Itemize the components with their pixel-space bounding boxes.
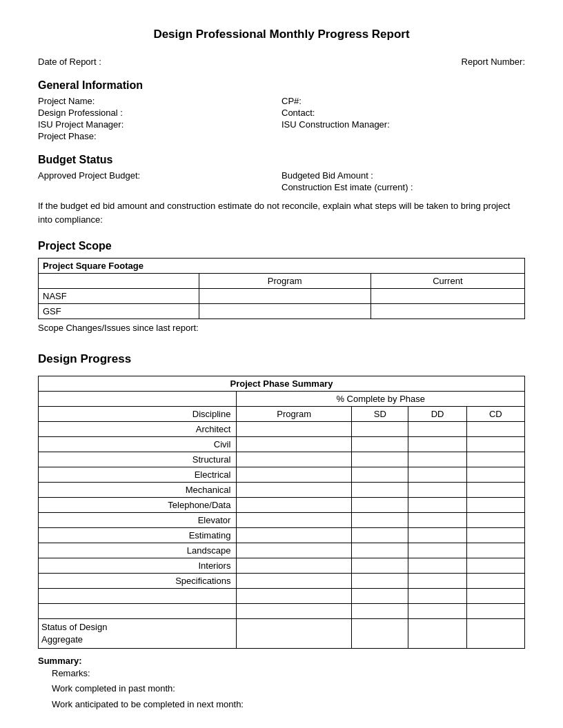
structural-cd: [466, 452, 524, 467]
telephone-data-dd: [408, 498, 466, 513]
col-program: Program: [237, 407, 352, 422]
civil-sd: [352, 437, 408, 452]
specifications-label: Specifications: [39, 574, 237, 589]
mechanical-program: [237, 483, 352, 498]
construction-est-label: Construction Est imate (current) :: [282, 182, 419, 192]
header-row: Date of Report : Report Number:: [38, 57, 525, 67]
structural-program: [237, 452, 352, 467]
scope-row-nasf: NASF: [39, 289, 525, 304]
general-info-fields: Project Name: Design Professional : ISU …: [38, 96, 525, 143]
estimating-sd: [352, 528, 408, 543]
cp-row: CP#:: [282, 96, 525, 106]
electrical-dd: [408, 467, 466, 483]
elevator-label: Elevator: [39, 513, 237, 528]
discipline-row: Electrical: [39, 467, 525, 483]
budget-note: If the budget ed bid amount and construc…: [38, 199, 525, 226]
status-design-program: [237, 619, 352, 649]
specifications-cd: [466, 574, 524, 589]
discipline-row: Architect: [39, 422, 525, 437]
status-design-row: Status of DesignAggregate: [39, 619, 525, 649]
budget-right: Budgeted Bid Amount : Construction Est i…: [282, 170, 525, 194]
project-phase-label: Project Phase:: [38, 131, 176, 141]
status-design-sd: [352, 619, 408, 649]
discipline-row: Structural: [39, 452, 525, 467]
general-left-col: Project Name: Design Professional : ISU …: [38, 96, 282, 143]
discipline-row: Estimating: [39, 528, 525, 543]
isu-project-manager-row: ISU Project Manager:: [38, 119, 282, 130]
landscape-sd: [352, 543, 408, 558]
empty-row-1: [39, 589, 525, 604]
telephone-data-label: Telephone/Data: [39, 498, 237, 513]
structural-sd: [352, 452, 408, 467]
telephone-data-program: [237, 498, 352, 513]
specifications-program: [237, 574, 352, 589]
discipline-row: Interiors: [39, 558, 525, 574]
architect-program: [237, 422, 352, 437]
status-design-dd: [408, 619, 466, 649]
discipline-row: Telephone/Data: [39, 498, 525, 513]
summary-section: Summary: Remarks: Work completed in past…: [38, 656, 525, 711]
status-design-label: Status of DesignAggregate: [39, 619, 237, 649]
discipline-row: Civil: [39, 437, 525, 452]
discipline-row: Landscape: [39, 543, 525, 558]
elevator-dd: [408, 513, 466, 528]
design-professional-row: Design Professional :: [38, 108, 282, 118]
isu-cm-row: ISU Construction Manager:: [282, 119, 525, 130]
summary-details: Remarks: Work completed in past month: W…: [38, 666, 525, 711]
phase-summary-table: Project Phase Summary % Complete by Phas…: [38, 376, 525, 649]
col-discipline: Discipline: [39, 407, 237, 422]
design-professional-label: Design Professional :: [38, 108, 176, 118]
project-name-label: Project Name:: [38, 96, 176, 106]
work-anticipated-label: Work anticipated to be completed in next…: [52, 697, 525, 712]
col-cd: CD: [466, 407, 524, 422]
interiors-label: Interiors: [39, 558, 237, 574]
approved-budget-label: Approved Project Budget:: [38, 170, 176, 181]
elevator-sd: [352, 513, 408, 528]
project-scope-table: Project Square Footage Program Current N…: [38, 258, 525, 319]
scope-changes-label: Scope Changes/Issues since last report:: [38, 323, 525, 333]
isu-cm-label: ISU Construction Manager:: [282, 119, 419, 130]
scope-row-gsf: GSF: [39, 304, 525, 319]
contact-row: Contact:: [282, 108, 525, 118]
phase-summary-header: Project Phase Summary: [39, 376, 525, 392]
nasf-program: [199, 289, 371, 304]
scope-col-empty: [39, 274, 199, 289]
landscape-cd: [466, 543, 524, 558]
project-scope-title: Project Scope: [38, 240, 525, 252]
empty-row-2: [39, 604, 525, 619]
budgeted-bid-label: Budgeted Bid Amount :: [282, 170, 419, 181]
scope-col-program: Program: [199, 274, 371, 289]
structural-dd: [408, 452, 466, 467]
elevator-cd: [466, 513, 524, 528]
general-info-title: General Information: [38, 79, 525, 92]
scope-table-header: Project Square Footage: [39, 259, 525, 274]
approved-budget-row: Approved Project Budget:: [38, 170, 282, 181]
budgeted-bid-row: Budgeted Bid Amount :: [282, 170, 525, 181]
date-label: Date of Report :: [38, 57, 101, 67]
telephone-data-sd: [352, 498, 408, 513]
civil-label: Civil: [39, 437, 237, 452]
specifications-sd: [352, 574, 408, 589]
budget-fields: Approved Project Budget: Budgeted Bid Am…: [38, 170, 525, 194]
civil-cd: [466, 437, 524, 452]
general-right-col: CP#: Contact: ISU Construction Manager:: [282, 96, 525, 143]
estimating-dd: [408, 528, 466, 543]
col-sd: SD: [352, 407, 408, 422]
interiors-sd: [352, 558, 408, 574]
cp-label: CP#:: [282, 96, 419, 106]
design-progress-title: Design Progress: [38, 352, 525, 366]
estimating-cd: [466, 528, 524, 543]
civil-dd: [408, 437, 466, 452]
architect-dd: [408, 422, 466, 437]
interiors-dd: [408, 558, 466, 574]
architect-label: Architect: [39, 422, 237, 437]
summary-label: Summary:: [38, 656, 82, 666]
pct-header: % Complete by Phase: [237, 392, 525, 407]
budget-title: Budget Status: [38, 154, 525, 166]
landscape-dd: [408, 543, 466, 558]
interiors-program: [237, 558, 352, 574]
elevator-program: [237, 513, 352, 528]
mechanical-dd: [408, 483, 466, 498]
landscape-label: Landscape: [39, 543, 237, 558]
page-title: Design Professional Monthly Progress Rep…: [38, 28, 525, 41]
